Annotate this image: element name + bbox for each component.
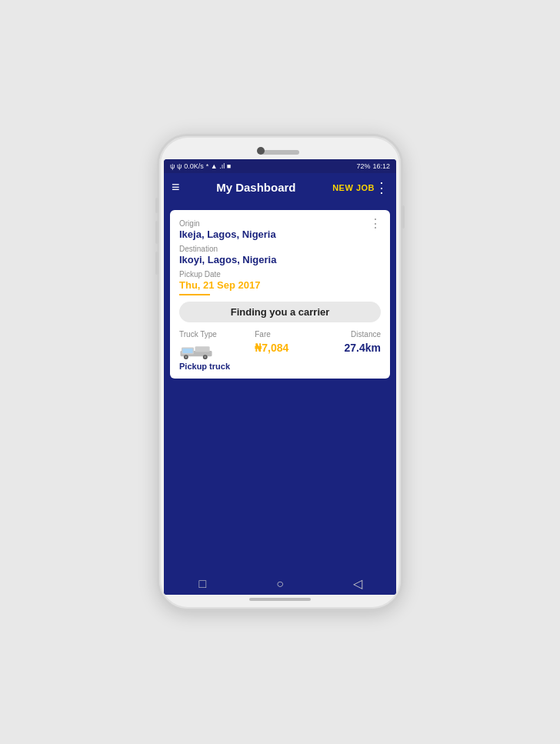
status-icons: ψ ψ <box>170 162 182 170</box>
truck-icon <box>179 342 213 360</box>
home-button[interactable]: ○ <box>269 576 291 592</box>
front-camera <box>257 147 265 155</box>
svg-rect-1 <box>195 346 210 352</box>
distance-col-header: Distance <box>318 330 381 339</box>
svg-point-5 <box>185 355 187 358</box>
power-button <box>402 205 405 229</box>
fare-col-header: Fare <box>255 330 318 339</box>
app-content: ⋮ Origin Ikeja, Lagos, Nigeria Destinati… <box>164 202 396 572</box>
truck-details-value-row: Pickup truck ₦7,084 27.4km <box>179 342 381 371</box>
status-bar: ψ ψ 0.0K/s * ▲ .ıl ■ 72% 16:12 <box>164 159 396 173</box>
finding-carrier-status: Finding you a carrier <box>179 302 381 322</box>
app-header: ≡ My Dashboard NEW JOB ⋮ <box>164 173 396 202</box>
card-options-icon[interactable]: ⋮ <box>369 218 382 230</box>
hamburger-menu-icon[interactable]: ≡ <box>172 179 180 195</box>
destination-label: Destination <box>179 245 381 253</box>
svg-point-7 <box>204 355 206 358</box>
new-job-button[interactable]: NEW JOB <box>332 183 375 192</box>
volume-up-button <box>155 221 158 244</box>
earpiece-speaker <box>261 150 299 155</box>
status-left: ψ ψ 0.0K/s * ▲ .ıl ■ <box>170 162 231 170</box>
phone-chin-bar <box>249 598 311 601</box>
clock: 16:12 <box>372 162 390 170</box>
back-button[interactable]: ◁ <box>347 576 368 592</box>
pickup-date-value: Thu, 21 Sep 2017 <box>179 279 381 291</box>
destination-value: Ikoyi, Lagos, Nigeria <box>179 254 381 265</box>
origin-value: Ikeja, Lagos, Nigeria <box>179 229 381 240</box>
phone-screen: ψ ψ 0.0K/s * ▲ .ıl ■ 72% 16:12 ≡ My Dash… <box>164 159 396 595</box>
truck-details-header-row: Truck Type Fare Distance <box>179 330 381 342</box>
job-card: ⋮ Origin Ikeja, Lagos, Nigeria Destinati… <box>170 210 390 379</box>
battery-level: 72% <box>356 162 370 170</box>
recent-apps-button[interactable]: □ <box>192 576 213 592</box>
card-divider <box>179 294 210 295</box>
volume-down-button <box>155 252 158 275</box>
origin-label: Origin <box>179 219 381 228</box>
status-connectivity-icons: * ▲ .ıl ■ <box>206 162 231 170</box>
app-title: My Dashboard <box>180 181 333 194</box>
phone-top-bar <box>164 144 396 156</box>
volume-silent-button <box>155 198 158 213</box>
distance-value: 27.4km <box>318 342 381 354</box>
pickup-date-label: Pickup Date <box>179 270 381 279</box>
status-speed: 0.0K/s <box>184 162 204 170</box>
more-options-icon[interactable]: ⋮ <box>375 179 388 196</box>
svg-rect-3 <box>182 349 192 353</box>
truck-type-col-header: Truck Type <box>179 330 255 339</box>
bottom-navigation: □ ○ ◁ <box>164 572 396 595</box>
fare-value: ₦7,084 <box>255 342 318 354</box>
status-right: 72% 16:12 <box>356 162 390 170</box>
truck-name: Pickup truck <box>179 362 255 371</box>
phone-device: ψ ψ 0.0K/s * ▲ .ıl ■ 72% 16:12 ≡ My Dash… <box>157 134 403 611</box>
